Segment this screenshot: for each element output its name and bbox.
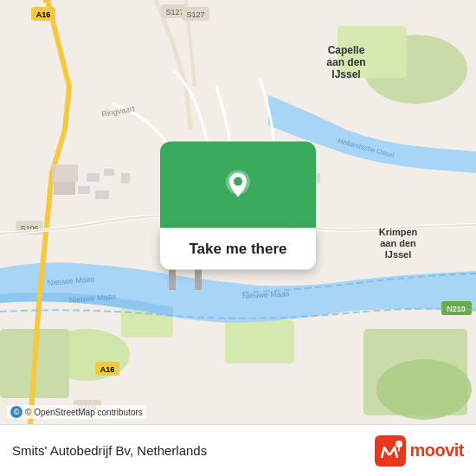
svg-text:S127: S127 [186, 10, 204, 19]
green-card [160, 142, 316, 228]
place-name: Smits' Autobedrijf Bv, Netherlands [12, 443, 207, 458]
svg-rect-43 [52, 164, 78, 182]
svg-text:Krimpen: Krimpen [379, 227, 418, 237]
svg-point-48 [234, 177, 242, 186]
svg-rect-36 [121, 173, 130, 183]
moovit-logo: moovit [375, 435, 464, 466]
osm-credit: © © OpenStreetMap contributors [7, 405, 146, 419]
svg-rect-44 [54, 182, 75, 195]
svg-rect-34 [87, 173, 100, 182]
svg-rect-7 [225, 320, 294, 363]
svg-text:A16: A16 [100, 365, 115, 374]
svg-rect-37 [78, 186, 90, 194]
cta-overlay: Take me there [160, 142, 316, 270]
svg-point-8 [376, 359, 472, 420]
take-me-there-button[interactable]: Take me there [160, 228, 316, 270]
svg-text:aan den: aan den [380, 238, 416, 248]
svg-text:Capelle: Capelle [328, 44, 365, 56]
svg-rect-49 [375, 435, 406, 466]
osm-credit-text: © OpenStreetMap contributors [25, 408, 143, 417]
moovit-icon [375, 435, 406, 466]
location-pin-icon [219, 166, 257, 204]
osm-logo: © [10, 406, 23, 418]
svg-rect-38 [95, 190, 109, 199]
svg-rect-35 [104, 169, 114, 176]
bottom-bar: Smits' Autobedrijf Bv, Netherlands moovi… [0, 424, 476, 476]
svg-text:IJssel: IJssel [331, 68, 360, 80]
svg-text:S127: S127 [165, 8, 183, 16]
moovit-text: moovit [409, 441, 464, 460]
map-container: A16 A16 S127 S127 S106 S106 N210 Ringvaa… [0, 0, 476, 424]
svg-point-50 [396, 441, 402, 447]
svg-text:A16: A16 [36, 10, 51, 19]
svg-text:aan den: aan den [326, 56, 365, 68]
svg-text:IJssel: IJssel [385, 249, 412, 260]
